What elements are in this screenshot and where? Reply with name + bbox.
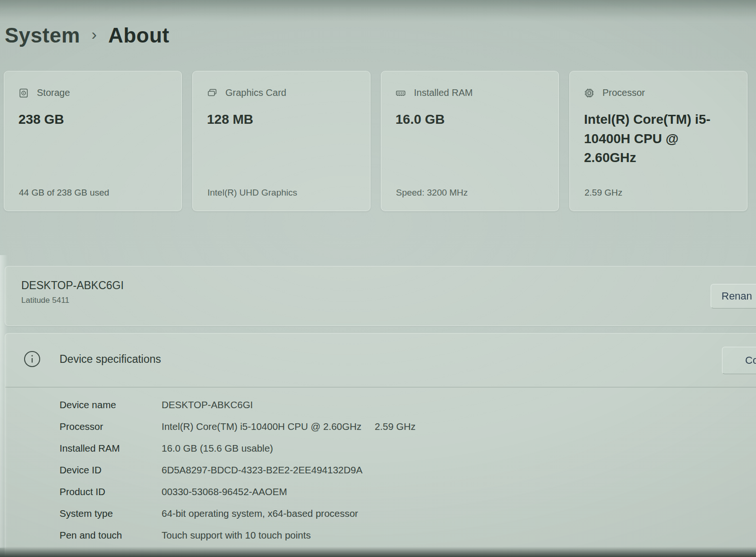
- processor-card-caption: 2.59 GHz: [584, 188, 622, 198]
- device-specifications-expander[interactable]: Device specifications Co: [5, 334, 756, 387]
- processor-card-header: Processor: [584, 87, 733, 98]
- breadcrumb: System › About: [5, 24, 169, 47]
- page-title: About: [108, 24, 170, 47]
- installed-ram-card-label: Installed RAM: [414, 87, 473, 98]
- spec-label: Device name: [60, 399, 162, 411]
- spec-row-system-type: System type 64-bit operating system, x64…: [60, 503, 416, 524]
- device-specifications-panel: Device specifications Co Device name DES…: [5, 333, 756, 557]
- spec-label: System type: [60, 508, 162, 519]
- spec-label: Device ID: [60, 464, 162, 476]
- summary-cards: Storage 238 GB 44 GB of 238 GB used Grap…: [4, 71, 747, 211]
- spec-label: Installed RAM: [60, 443, 162, 454]
- spec-value: 64-bit operating system, x64-based proce…: [162, 508, 358, 519]
- spec-value: 00330-53068-96452-AAOEM: [162, 486, 287, 497]
- spec-row-processor: Processor Intel(R) Core(TM) i5-10400H CP…: [60, 416, 416, 437]
- device-name: DESKTOP-ABKC6GI: [21, 279, 124, 292]
- screen-top-shade: [0, 0, 756, 17]
- spec-label: Product ID: [60, 486, 162, 497]
- spec-row-pen-and-touch: Pen and touch Touch support with 10 touc…: [60, 524, 416, 546]
- graphics-card-value: 128 MB: [207, 110, 349, 129]
- copy-button[interactable]: Co: [722, 347, 756, 374]
- graphics-card-label: Graphics Card: [225, 87, 286, 98]
- spec-row-product-id: Product ID 00330-53068-96452-AAOEM: [60, 481, 416, 503]
- installed-ram-card: Installed RAM 16.0 GB Speed: 3200 MHz: [381, 71, 559, 211]
- graphics-card-caption: Intel(R) UHD Graphics: [207, 188, 297, 198]
- graphics-card-icon: [207, 88, 217, 98]
- rename-button[interactable]: Renan: [711, 284, 756, 308]
- device-model: Latitude 5411: [21, 296, 69, 305]
- spec-value: Intel(R) Core(TM) i5-10400H CPU @ 2.60GH…: [162, 421, 361, 432]
- spec-label: Pen and touch: [60, 530, 162, 541]
- processor-card: Processor Intel(R) Core(TM) i5-10400H CP…: [569, 71, 747, 211]
- processor-card-value: Intel(R) Core(TM) i5-10400H CPU @ 2.60GH…: [584, 110, 726, 168]
- settings-about-page: System › About Storage 238 GB 44 GB of 2…: [0, 0, 756, 557]
- spec-label: Processor: [60, 421, 162, 432]
- storage-card-value: 238 GB: [18, 110, 160, 129]
- breadcrumb-system[interactable]: System: [5, 24, 80, 47]
- spec-row-installed-ram: Installed RAM 16.0 GB (15.6 GB usable): [60, 437, 416, 459]
- spec-value: 16.0 GB (15.6 GB usable): [162, 443, 273, 454]
- installed-ram-card-value: 16.0 GB: [395, 110, 537, 129]
- spec-row-device-name: Device name DESKTOP-ABKC6GI: [60, 394, 416, 416]
- spec-value: 6D5A8297-BDCD-4323-B2E2-2EE494132D9A: [162, 464, 362, 476]
- divider: [5, 387, 756, 387]
- storage-icon: [18, 88, 29, 98]
- info-icon: [23, 350, 41, 368]
- graphics-card-header: Graphics Card: [207, 87, 356, 98]
- processor-icon: [584, 88, 594, 98]
- device-specifications-title: Device specifications: [60, 353, 161, 366]
- graphics-card-card: Graphics Card 128 MB Intel(R) UHD Graphi…: [192, 71, 370, 211]
- storage-card: Storage 238 GB 44 GB of 238 GB used: [4, 71, 182, 211]
- device-name-panel: DESKTOP-ABKC6GI Latitude 5411 Renan: [5, 266, 756, 326]
- ram-icon: [395, 88, 406, 98]
- spec-value-secondary: 2.59 GHz: [375, 421, 416, 432]
- storage-card-label: Storage: [37, 87, 70, 98]
- storage-card-caption: 44 GB of 238 GB used: [19, 188, 109, 198]
- spec-row-device-id: Device ID 6D5A8297-BDCD-4323-B2E2-2EE494…: [60, 459, 416, 481]
- chevron-right-icon: ›: [92, 25, 97, 43]
- installed-ram-card-caption: Speed: 3200 MHz: [396, 188, 468, 198]
- installed-ram-card-header: Installed RAM: [395, 87, 544, 98]
- specs-rows: Device name DESKTOP-ABKC6GI Processor In…: [60, 394, 416, 546]
- storage-card-header: Storage: [18, 87, 167, 98]
- processor-card-label: Processor: [602, 87, 645, 98]
- spec-value: DESKTOP-ABKC6GI: [162, 399, 253, 411]
- spec-value: Touch support with 10 touch points: [162, 530, 311, 541]
